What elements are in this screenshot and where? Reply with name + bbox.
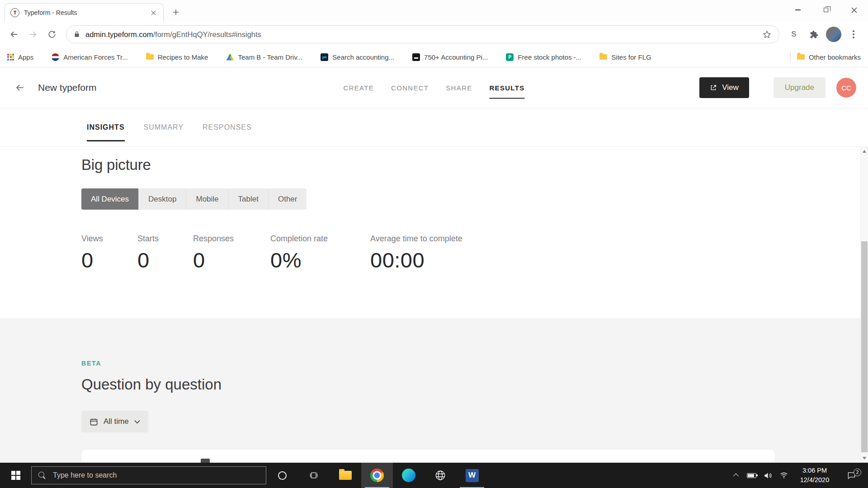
bookmark-item[interactable]: ph Search accounting... [321,53,394,61]
taskbar-clock[interactable]: 3:06 PM 12/4/2020 [792,466,837,485]
taskbar-search[interactable]: Type here to search [31,466,266,484]
app-nav: CREATE CONNECT SHARE RESULTS [344,81,525,94]
url-text: admin.typeform.com/form/gEntHqQY/results… [85,30,757,39]
cortana-button[interactable] [266,463,298,488]
bookmark-item[interactable]: 750+ Accounting Pi... [412,53,488,61]
bookmark-star-icon[interactable] [762,30,772,39]
task-view-icon [309,471,319,480]
url-path: /form/gEntHqQY/results#insights [153,30,261,38]
filter-mobile[interactable]: Mobile [186,188,228,210]
back-arrow-icon [9,29,19,39]
url-domain: admin.typeform.com [85,30,153,38]
time-filter-label: All time [104,417,129,426]
tab-responses[interactable]: RESPONSES [203,119,252,136]
filter-other[interactable]: Other [268,188,307,210]
tab-title: Typeform - Results [24,9,144,16]
address-bar[interactable]: admin.typeform.com/form/gEntHqQY/results… [66,25,779,43]
browser-toolbar: admin.typeform.com/form/gEntHqQY/results… [0,22,868,47]
scrollbar-thumb[interactable] [861,241,868,452]
plus-icon [173,9,179,15]
account-avatar[interactable]: CC [836,78,856,98]
afn-favicon-icon [52,53,59,61]
tab-insights[interactable]: INSIGHTS [87,119,125,136]
nav-share[interactable]: SHARE [446,81,472,94]
view-label: View [722,83,739,92]
upgrade-button[interactable]: Upgrade [774,77,826,98]
nav-results[interactable]: RESULTS [489,81,524,94]
filter-all-devices[interactable]: All Devices [81,188,138,210]
nav-create[interactable]: CREATE [344,81,374,94]
tab-summary[interactable]: SUMMARY [144,119,184,136]
scroll-down-button[interactable] [861,454,868,462]
edge-icon [402,469,415,482]
bookmark-item[interactable]: American Forces Tr... [52,53,128,61]
puzzle-icon [810,30,818,39]
bookmark-label: Search accounting... [332,53,394,61]
system-tray: 3:06 PM 12/4/2020 2 [727,463,868,488]
battery-icon [747,473,756,478]
time-filter-button[interactable]: All time [81,411,148,432]
close-icon [851,7,857,13]
close-window-button[interactable] [840,0,868,20]
scrollbar[interactable] [860,147,868,463]
volume-status[interactable] [760,471,776,480]
edge-taskbar-button[interactable] [393,463,425,488]
reload-icon [47,30,57,39]
word-taskbar-button[interactable]: W [456,463,488,488]
action-center-button[interactable]: 2 [837,471,865,480]
desktop-screen: T Typeform - Results ad [0,0,868,488]
search-icon [38,472,46,479]
battery-status[interactable] [743,473,760,478]
network-status[interactable] [776,471,792,479]
insights-content: Big picture All Devices Desktop Mobile T… [0,147,868,463]
browser-back-button[interactable] [5,25,24,44]
metric-label: Starts [137,234,159,244]
results-tabs: INSIGHTS SUMMARY RESPONSES [0,108,868,147]
task-view-button[interactable] [298,463,330,488]
upgrade-label: Upgrade [785,83,814,92]
back-arrow-icon [14,82,25,93]
calendar-icon [90,418,98,426]
triangle-down-icon [863,457,866,460]
browser-menu-button[interactable] [844,25,863,44]
browser-reload-button[interactable] [42,25,61,44]
app-back-button[interactable] [12,80,28,96]
metric-completion-rate: Completion rate 0% [270,234,328,272]
bookmark-item[interactable]: Recipes to Make [146,53,208,61]
tray-expand-button[interactable] [727,474,743,478]
taskbar: Type here to search W 3:06 PM 12/4/2020 [0,463,868,488]
form-title: New typeform [38,82,97,93]
apps-shortcut[interactable]: Apps [7,53,33,61]
restore-button[interactable] [812,0,840,20]
other-bookmarks-button[interactable]: Other bookmarks [797,53,861,61]
word-icon: W [466,469,479,482]
extension-s-button[interactable]: S [784,25,804,44]
bookmark-label: Team B - Team Driv... [238,53,302,61]
bookmark-item[interactable]: Team B - Team Driv... [226,53,302,61]
metric-responses: Responses 0 [193,234,234,272]
scroll-up-button[interactable] [861,147,868,155]
filter-tablet[interactable]: Tablet [228,188,268,210]
globe-app-button[interactable] [425,463,456,488]
metric-label: Views [81,234,103,244]
browser-tab[interactable]: T Typeform - Results [5,3,164,22]
bookmark-item[interactable]: Sites for FLG [599,53,651,61]
view-button[interactable]: View [699,77,749,98]
bookmark-item[interactable]: P Free stock photos -... [506,53,581,61]
file-explorer-icon [339,471,352,480]
minimize-button[interactable] [784,0,812,20]
lock-icon[interactable] [74,31,80,38]
start-button[interactable] [0,463,31,488]
metric-label: Average time to complete [370,234,462,244]
metric-starts: Starts 0 [137,234,159,272]
chrome-taskbar-button[interactable] [361,463,393,488]
nav-connect[interactable]: CONNECT [391,81,429,94]
browser-profile-button[interactable] [824,25,844,44]
kebab-menu-icon [853,30,854,38]
filter-desktop[interactable]: Desktop [138,188,186,210]
extensions-button[interactable] [804,25,824,44]
new-tab-button[interactable] [169,5,183,19]
file-explorer-button[interactable] [330,463,361,488]
tab-close-icon[interactable] [149,8,158,17]
browser-forward-button[interactable] [24,25,42,44]
